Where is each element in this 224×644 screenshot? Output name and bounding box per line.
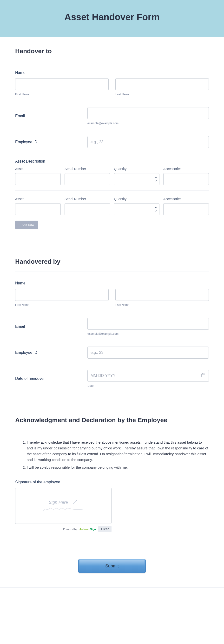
first-name-to-input[interactable] — [15, 78, 109, 90]
label-name-by: Name — [15, 281, 209, 286]
asset-headers-row-2: Asset Serial Number Quantity Accessories — [15, 197, 209, 201]
field-email-by: Email example@example.com — [15, 318, 209, 336]
field-date-handover: Date of handover Date — [15, 370, 209, 388]
asset-row-divider — [15, 190, 209, 191]
sublabel-email-by: example@example.com — [88, 332, 209, 336]
label-date-handover: Date of handover — [15, 376, 88, 381]
header-qty: Quantity — [114, 167, 160, 171]
svg-rect-0 — [202, 374, 205, 377]
sublabel-first-name-to: First Name — [15, 93, 109, 96]
asset-row-2 — [15, 203, 209, 215]
add-row-button[interactable]: + Add Row — [15, 220, 38, 229]
header-asset: Asset — [15, 167, 61, 171]
email-to-input[interactable] — [88, 107, 209, 119]
chevron-down-icon[interactable] — [154, 180, 158, 182]
sublabel-date-handover: Date — [88, 384, 209, 388]
field-empid-by: Employee ID — [15, 346, 209, 358]
signature-pad[interactable]: Sign Here — [15, 488, 112, 524]
form-title: Asset Handover Form — [5, 12, 219, 22]
submit-section: Submit — [0, 547, 224, 588]
last-name-to-input[interactable] — [115, 78, 209, 90]
label-email-to: Email — [15, 114, 88, 118]
sublabel-first-name-by: First Name — [15, 303, 109, 306]
section-divider — [15, 271, 209, 272]
clear-signature-button[interactable]: Clear — [98, 526, 112, 532]
sublabel-last-name-by: Last Name — [115, 303, 209, 306]
label-name-to: Name — [15, 70, 209, 75]
chevron-up-icon[interactable] — [154, 206, 158, 209]
label-empid-by: Employee ID — [15, 350, 88, 355]
label-asset-desc: Asset Description — [15, 159, 209, 164]
asset-2-qty-input[interactable] — [114, 203, 160, 215]
calendar-icon[interactable] — [201, 373, 206, 378]
label-email-by: Email — [15, 324, 88, 329]
signature-placeholder: Sign Here — [43, 499, 84, 512]
form-container: Asset Handover Form Handover to Name Fir… — [0, 0, 224, 588]
signature-footer: Powered by Jotform Sign Clear — [15, 526, 112, 532]
scribble-icon — [43, 506, 84, 512]
header-qty-2: Quantity — [114, 197, 160, 201]
first-name-by-input[interactable] — [15, 289, 109, 301]
chevron-up-icon[interactable] — [154, 176, 158, 179]
label-signature: Signature of the employee — [15, 480, 209, 484]
asset-description-block: Asset Description Asset Serial Number Qu… — [15, 159, 209, 229]
section-title-ack: Acknowledgment and Declaration by the Em… — [15, 416, 209, 424]
asset-1-qty-input[interactable] — [114, 173, 160, 185]
section-title-handover-to: Handover to — [15, 48, 209, 55]
label-empid-to: Employee ID — [15, 140, 88, 144]
field-email-to: Email example@example.com — [15, 107, 209, 125]
asset-2-acc-input[interactable] — [163, 203, 209, 215]
date-handover-input[interactable] — [88, 370, 209, 382]
powered-by-text: Powered by — [63, 528, 77, 530]
section-handovered-by: Handovered by Name First Name Last Name … — [0, 247, 224, 406]
field-name-by: Name First Name Last Name — [15, 281, 209, 306]
jotform-sign-logo: Jotform Sign — [80, 528, 96, 530]
asset-1-serial-input[interactable] — [64, 173, 110, 185]
section-handover-to: Handover to Name First Name Last Name Em… — [0, 37, 224, 247]
asset-2-name-input[interactable] — [15, 203, 61, 215]
empid-by-input[interactable] — [88, 346, 209, 358]
sublabel-email-to: example@example.com — [88, 122, 209, 125]
form-banner: Asset Handover Form — [0, 0, 224, 37]
qty-spinner-1 — [154, 176, 158, 182]
header-serial-2: Serial Number — [64, 197, 110, 201]
sublabel-last-name-to: Last Name — [115, 93, 209, 96]
section-acknowledgment: Acknowledgment and Declaration by the Em… — [0, 406, 224, 540]
header-acc: Accessories — [163, 167, 209, 171]
header-asset-2: Asset — [15, 197, 61, 201]
ack-item-1: I hereby acknowledge that I have receive… — [27, 440, 209, 463]
section-divider — [15, 430, 209, 430]
asset-1-acc-input[interactable] — [163, 173, 209, 185]
qty-spinner-2 — [154, 206, 158, 212]
ack-item-2: I will be soleby responsible for the com… — [27, 464, 209, 470]
chevron-down-icon[interactable] — [154, 210, 158, 212]
pen-icon — [72, 499, 78, 506]
asset-1-name-input[interactable] — [15, 173, 61, 185]
section-title-handovered-by: Handovered by — [15, 258, 209, 266]
field-empid-to: Employee ID — [15, 136, 209, 148]
section-divider — [15, 61, 209, 61]
asset-2-serial-input[interactable] — [64, 203, 110, 215]
header-acc-2: Accessories — [163, 197, 209, 201]
empid-to-input[interactable] — [88, 136, 209, 148]
submit-button[interactable]: Submit — [78, 559, 146, 573]
header-serial: Serial Number — [64, 167, 110, 171]
field-name-to: Name First Name Last Name — [15, 70, 209, 96]
asset-headers-row-1: Asset Serial Number Quantity Accessories — [15, 167, 209, 171]
last-name-by-input[interactable] — [115, 289, 209, 301]
email-by-input[interactable] — [88, 318, 209, 330]
acknowledgment-list: I hereby acknowledge that I have receive… — [15, 440, 209, 470]
signature-block: Signature of the employee Sign Here Powe… — [15, 480, 209, 532]
asset-row-1 — [15, 173, 209, 185]
signature-placeholder-text: Sign Here — [49, 500, 68, 505]
